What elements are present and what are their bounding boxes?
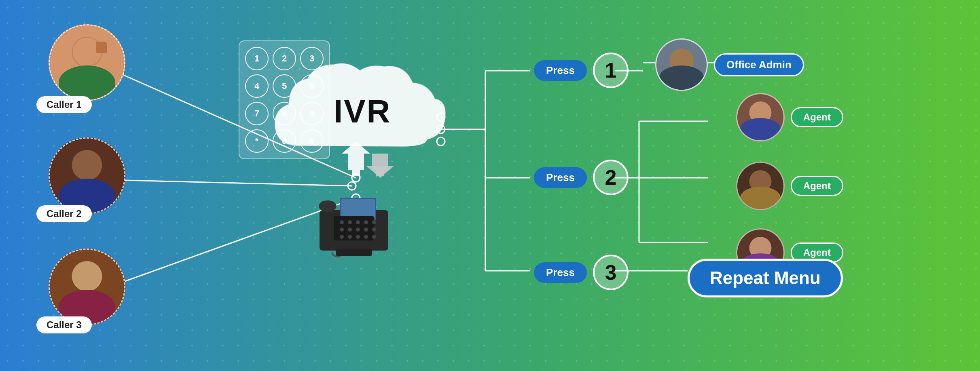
desk-phone — [311, 178, 396, 260]
agent-2-avatar — [736, 162, 785, 210]
caller-2-label: Caller 2 — [36, 205, 92, 222]
svg-point-42 — [348, 235, 352, 239]
svg-point-40 — [372, 228, 376, 232]
agent-1-avatar — [736, 93, 785, 141]
svg-rect-28 — [341, 199, 375, 218]
svg-point-36 — [340, 228, 344, 232]
svg-point-43 — [356, 235, 360, 239]
svg-point-41 — [340, 235, 344, 239]
svg-point-39 — [364, 228, 368, 232]
caller-1-group: Caller 1 — [32, 24, 133, 113]
dest-agent-1: Agent — [736, 93, 843, 141]
svg-point-32 — [348, 220, 352, 224]
dest-office-admin: Office Admin — [655, 38, 804, 91]
press-1-number: 1 — [593, 53, 629, 88]
key-7[interactable]: 7 — [245, 102, 269, 125]
key-star[interactable]: * — [245, 129, 269, 153]
phone-svg — [311, 178, 396, 259]
agent-1-label: Agent — [791, 107, 843, 127]
caller-1-avatar — [49, 24, 125, 101]
svg-rect-46 — [336, 249, 372, 256]
svg-marker-25 — [366, 166, 394, 178]
caller-2-group: Caller 2 — [32, 137, 133, 222]
press-2-badge: Press — [534, 167, 587, 188]
svg-point-44 — [364, 235, 368, 239]
main-container: Caller 1 Caller 2 Caller 3 1 2 3 4 5 6 7… — [0, 0, 980, 371]
press-2-group: Press 2 — [534, 160, 629, 195]
agent-2-label: Agent — [791, 176, 843, 196]
dest-repeat-menu: Repeat Menu — [688, 259, 843, 297]
press-3-group: Press 3 — [534, 255, 629, 290]
caller-3-group: Caller 3 — [32, 249, 133, 333]
repeat-menu-label: Repeat Menu — [688, 259, 843, 297]
press-3-badge: Press — [534, 262, 587, 283]
key-1[interactable]: 1 — [245, 47, 269, 70]
svg-point-37 — [348, 228, 352, 232]
svg-point-38 — [356, 228, 360, 232]
office-admin-avatar — [655, 38, 708, 91]
key-4[interactable]: 4 — [245, 74, 269, 98]
press-1-badge: Press — [534, 60, 587, 81]
svg-point-34 — [364, 220, 368, 224]
caller-1-label: Caller 1 — [36, 96, 92, 113]
caller-3-avatar — [49, 249, 125, 325]
svg-marker-22 — [348, 154, 364, 176]
svg-point-33 — [356, 220, 360, 224]
office-admin-label: Office Admin — [714, 53, 804, 76]
svg-point-35 — [372, 220, 376, 224]
press-2-number: 2 — [593, 160, 629, 195]
svg-point-45 — [372, 235, 376, 239]
press-3-number: 3 — [593, 255, 629, 290]
caller-3-label: Caller 3 — [36, 316, 92, 333]
dest-agent-2: Agent — [736, 162, 843, 210]
ivr-cloud: IVR — [267, 57, 449, 179]
caller-2-avatar — [49, 137, 125, 214]
ivr-title: IVR — [334, 93, 391, 130]
svg-point-29 — [319, 200, 337, 212]
press-1-group: Press 1 — [534, 53, 629, 88]
svg-point-31 — [340, 220, 344, 224]
